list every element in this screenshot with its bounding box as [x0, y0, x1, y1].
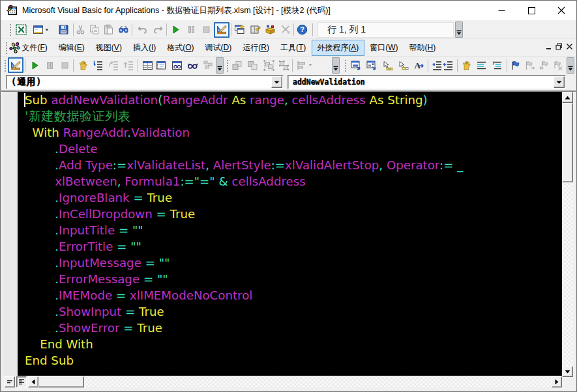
paste-button[interactable] — [100, 22, 116, 38]
copy-button[interactable] — [86, 22, 102, 38]
scroll-right-button[interactable] — [552, 376, 562, 387]
menu-item-2[interactable]: 编辑(E) — [53, 40, 90, 56]
menu-item-3[interactable]: 视图(V) — [90, 40, 127, 56]
menu-item-4[interactable]: 插入(I) — [127, 40, 161, 56]
watch-window-button[interactable] — [169, 57, 185, 73]
code-token: InputTitle — [59, 223, 115, 237]
ungroup-button[interactable] — [276, 57, 292, 73]
redo-button[interactable] — [151, 22, 166, 38]
complete-word-button[interactable]: A — [411, 57, 426, 73]
code-token: As String — [370, 93, 423, 107]
menu-item-7[interactable]: 运行(R) — [237, 40, 275, 56]
code-line-6: xlBetween, Formula1:="=" & cellsAddress — [18, 173, 562, 189]
mdi-minimize-button[interactable] — [544, 42, 553, 51]
align-button[interactable] — [293, 57, 315, 73]
break-button[interactable] — [183, 22, 199, 38]
help-icon: ? — [297, 24, 308, 35]
scroll-up-button[interactable] — [562, 92, 573, 103]
view-excel-button[interactable] — [14, 22, 29, 38]
procedure-combobox-value: addNewValidation — [293, 77, 365, 87]
menu-item-11[interactable]: 帮助(H) — [404, 40, 441, 56]
menu-item-6[interactable]: 调试(D) — [200, 40, 237, 56]
mdi-window-controls — [544, 42, 574, 51]
list-constants-button[interactable] — [363, 57, 379, 73]
bring-to-front-button[interactable] — [229, 57, 244, 73]
send-to-back-button[interactable] — [245, 57, 261, 73]
toggle-bookmark-button[interactable] — [508, 57, 524, 73]
toolbar-options-button[interactable] — [332, 57, 340, 74]
toolbox-button[interactable] — [278, 22, 293, 38]
procedure-combobox-dropdown[interactable] — [554, 76, 565, 88]
toolbar-options-button[interactable] — [216, 57, 224, 74]
run-button-2[interactable] — [27, 57, 42, 73]
step-over-button[interactable] — [106, 57, 121, 73]
uncomment-block-button[interactable] — [490, 57, 505, 73]
properties-window-button[interactable] — [247, 22, 263, 38]
mdi-restore-button[interactable] — [555, 42, 563, 51]
toggle-breakpoint-button-2[interactable] — [459, 57, 475, 73]
menu-item-8[interactable]: 工具(T) — [274, 40, 311, 56]
toggle-breakpoint-button[interactable] — [75, 57, 91, 73]
step-into-button[interactable] — [90, 57, 106, 73]
object-combobox-value: (通用) — [11, 76, 42, 88]
next-bookmark-button[interactable] — [522, 57, 537, 73]
horizontal-scrollbar[interactable] — [27, 376, 562, 387]
immediate-window-button[interactable] — [153, 57, 169, 73]
code-token: addNewValidation — [51, 93, 158, 107]
object-browser-button[interactable] — [262, 22, 278, 38]
menu-bar: 文件(F)编辑(E)视图(V)插入(I)格式(O)调试(D)运行(R)工具(T)… — [1, 39, 576, 57]
code-token: . — [25, 321, 59, 335]
object-combobox-dropdown[interactable] — [271, 76, 282, 88]
group-button[interactable] — [261, 57, 277, 73]
toolbar-separator — [507, 59, 507, 72]
menu-item-9[interactable]: 外接程序(A) — [312, 40, 364, 56]
run-button[interactable] — [168, 22, 184, 38]
reset-button[interactable] — [198, 22, 214, 38]
scroll-down-button[interactable] — [562, 366, 573, 377]
object-combobox[interactable]: (通用) — [6, 75, 284, 89]
mdi-close-button[interactable] — [565, 42, 574, 51]
menu-item-1[interactable]: 文件(F) — [16, 40, 53, 56]
toolbar-options-button[interactable] — [567, 57, 574, 74]
full-module-view-button[interactable] — [16, 376, 27, 387]
design-mode-button[interactable] — [214, 22, 229, 38]
project-explorer-button[interactable] — [231, 22, 247, 38]
toolbar-options-button[interactable] — [455, 21, 463, 38]
code-editor[interactable]: Sub addNewValidation(RangeAddr As range,… — [18, 92, 562, 376]
procedure-view-button[interactable] — [5, 376, 15, 387]
list-properties-button[interactable] — [348, 57, 363, 73]
menu-item-10[interactable]: 窗口(W) — [364, 40, 404, 56]
close-button[interactable] — [546, 1, 576, 20]
horizontal-scroll-thumb[interactable] — [38, 376, 84, 387]
comment-block-button[interactable] — [473, 57, 489, 73]
step-out-button[interactable] — [121, 57, 137, 73]
undo-button[interactable] — [134, 22, 150, 38]
code-token: ) — [423, 93, 428, 107]
previous-bookmark-button[interactable] — [536, 57, 552, 73]
find-button[interactable] — [115, 22, 131, 38]
procedure-view-icon — [7, 379, 13, 385]
quick-watch-button[interactable] — [185, 57, 201, 73]
scroll-left-button[interactable] — [28, 376, 38, 387]
call-stack-button[interactable] — [201, 57, 216, 73]
margin-indicator-bar[interactable] — [3, 92, 18, 376]
menu-item-5[interactable]: 格式(O) — [162, 40, 200, 56]
insert-userform-button[interactable] — [29, 22, 52, 38]
procedure-combobox[interactable]: addNewValidation — [288, 75, 566, 89]
outdent-button[interactable] — [441, 57, 456, 73]
minimize-button[interactable] — [486, 1, 516, 20]
code-panel: Sub addNewValidation(RangeAddr As range,… — [1, 91, 576, 391]
vertical-scroll-thumb[interactable] — [562, 103, 573, 182]
break-button-2[interactable] — [42, 57, 57, 73]
vertical-scrollbar[interactable] — [562, 92, 573, 377]
quick-info-button[interactable] — [379, 57, 395, 73]
clear-bookmarks-button[interactable] — [550, 57, 566, 73]
mdi-close-icon — [566, 43, 573, 50]
design-mode-button-2[interactable] — [8, 57, 23, 73]
horizontal-scroll-track[interactable] — [38, 376, 552, 387]
help-button[interactable]: ? — [295, 22, 310, 38]
reset-button-2[interactable] — [57, 57, 72, 73]
parameter-info-button[interactable] — [396, 57, 411, 73]
maximize-button[interactable] — [516, 1, 546, 20]
save-button[interactable] — [55, 22, 71, 38]
